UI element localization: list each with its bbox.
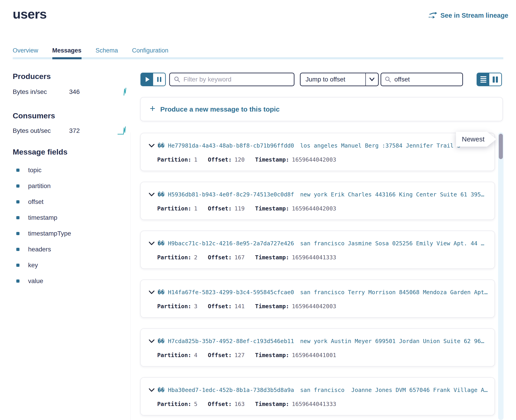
jump-to-offset-select[interactable]: Jump to offset [300,73,379,86]
message-meta: Partition: 1 Offset: 120 Timestamp: 1659… [157,156,336,163]
message-meta: Partition: 2 Offset: 167 Timestamp: 1659… [157,254,336,261]
partition-label: Partition: [157,156,191,163]
offset-label: Offset: [208,205,232,212]
timestamp-value: 1659644042003 [292,156,336,163]
partition-label: Partition: [157,401,191,407]
field-item-timestamp[interactable]: timestamp [16,214,71,221]
bytes-in-sparkline [123,87,127,96]
field-label: timestamp [28,214,57,221]
field-item-headers[interactable]: headers [16,246,71,253]
jump-to-offset-label: Jump to offset [300,76,365,83]
tab-messages[interactable]: Messages [52,46,82,59]
list-view-button[interactable] [477,73,489,86]
select-chevron-cell[interactable] [365,73,378,86]
field-item-key[interactable]: key [16,262,71,269]
message-fields-heading: Message fields [13,148,68,156]
partition-value: 2 [194,254,198,261]
bytes-in-value: 346 [69,88,80,96]
expand-chevron-icon[interactable] [148,289,155,296]
offset-label: Offset: [208,254,232,261]
partition-value: 5 [194,401,198,407]
offset-search-input[interactable]: offset [381,73,463,86]
pause-icon [157,77,159,82]
offset-label: Offset: [208,352,232,359]
search-icon [385,76,391,82]
message-value-preview: new york Erik Charles 443166 King Center… [300,191,484,198]
newest-flag: Newest [456,132,496,147]
timestamp-label: Timestamp: [255,254,289,261]
stream-lineage-label: See in Stream lineage [440,12,508,19]
timestamp-value: 1659644041333 [292,254,336,261]
timestamp-value: 1659644042003 [292,303,336,310]
offset-value: 127 [234,352,245,359]
consumers-heading: Consumers [13,111,55,120]
message-value-preview: los angeles Manuel Berg :37584 Jennifer … [300,142,460,149]
filter-keyword-input[interactable]: Filter by keyword [169,73,294,86]
message-value-preview: san francisco Joanne Jones DVM 657046 Fr… [300,387,488,393]
expand-chevron-icon[interactable] [148,387,155,393]
expand-chevron-icon[interactable] [148,338,155,345]
field-item-offset[interactable]: offset [16,198,71,205]
pause-button[interactable] [153,73,165,86]
tab-configuration[interactable]: Configuration [132,46,169,59]
chevron-down-icon [369,77,375,82]
message-key: �� He77981da-4a43-48ab-b8f8-cb71b96ffdd0 [158,142,294,149]
expand-chevron-icon[interactable] [148,240,155,247]
field-item-topic[interactable]: topic [16,166,71,174]
message-card[interactable]: �� H7cda825b-35b7-4952-88ef-c193d546eb11… [140,328,495,367]
partition-value: 1 [194,156,198,163]
message-card[interactable]: �� H9bacc71c-b12c-4216-8e95-2a7da727e426… [140,231,495,269]
search-icon [174,76,180,82]
timestamp-label: Timestamp: [255,401,289,407]
bytes-in-label: Bytes in/sec [13,88,69,96]
page-title: users [13,6,47,22]
tab-schema[interactable]: Schema [96,46,118,59]
filter-placeholder: Filter by keyword [184,76,231,83]
field-item-timestampType[interactable]: timestampType [16,230,71,237]
field-item-partition[interactable]: partition [16,182,71,190]
timestamp-label: Timestamp: [255,352,289,359]
column-view-button[interactable] [489,73,501,86]
offset-value: 119 [234,205,245,212]
message-key: �� H9bacc71c-b12c-4216-8e95-2a7da727e426 [158,240,294,247]
field-label: value [28,278,43,285]
produce-message-button[interactable]: + Produce a new message to this topic [140,97,503,121]
offset-value: 141 [234,303,245,310]
offset-search-value: offset [394,76,410,83]
message-card[interactable]: �� H14fa67fe-5823-4299-b3c4-595845cfcae0… [140,279,495,318]
scrollbar-thumb[interactable] [499,134,503,159]
timestamp-value: 1659644042003 [292,205,336,212]
message-value-preview: new york Austin Meyer 699501 Jordan Unio… [300,338,484,345]
expand-chevron-icon[interactable] [148,191,155,198]
offset-value: 163 [234,401,245,407]
message-card[interactable]: �� H5936db81-b943-4e0f-8c29-74513e0c0d8f… [140,182,495,220]
message-card[interactable]: �� He77981da-4a43-48ab-b8f8-cb71b96ffdd0… [140,133,495,171]
message-summary: �� H14fa67fe-5823-4299-b3c4-595845cfcae0… [148,289,492,296]
bytes-out-label: Bytes out/sec [13,127,69,135]
tab-overview[interactable]: Overview [13,46,38,59]
field-label: offset [28,198,44,205]
expand-chevron-icon[interactable] [148,142,155,149]
tab-bar-list: OverviewMessagesSchemaConfiguration [13,46,503,59]
bytes-in-row: Bytes in/sec 346 [13,88,80,96]
field-bullet-icon [16,232,19,235]
message-fields-list: topicpartitionoffsettimestamptimestampTy… [16,166,71,285]
message-summary: �� H9bacc71c-b12c-4216-8e95-2a7da727e426… [148,240,492,247]
field-bullet-icon [16,200,19,203]
bytes-out-sparkline [117,126,126,135]
scrollbar-track[interactable] [498,132,504,420]
view-mode-toggle[interactable] [477,73,502,86]
stream-lineage-link[interactable]: See in Stream lineage [429,12,508,19]
message-list: �� He77981da-4a43-48ab-b8f8-cb71b96ffdd0… [140,133,495,420]
offset-label: Offset: [208,303,232,310]
field-bullet-icon [16,169,19,172]
play-button[interactable] [141,73,153,86]
field-bullet-icon [16,184,19,188]
field-item-value[interactable]: value [16,278,71,285]
partition-label: Partition: [157,254,191,261]
offset-value: 167 [234,254,245,261]
producers-heading: Producers [13,72,51,81]
message-card[interactable]: �� Hba30eed7-1edc-452b-8b1a-738d3b5d8a9a… [140,377,495,415]
field-label: headers [28,246,51,253]
play-pause-toggle[interactable] [140,73,166,86]
